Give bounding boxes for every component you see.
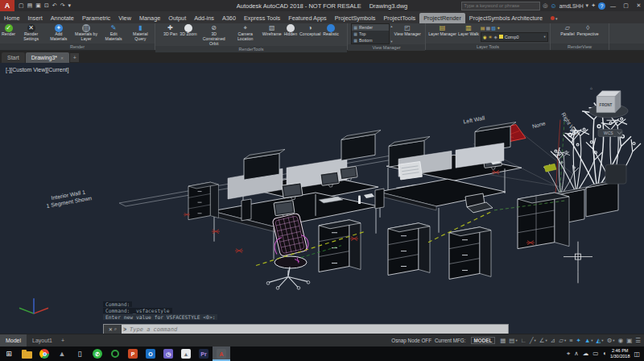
wcs-selector[interactable]: WCS [598, 130, 622, 137]
new-drawing-button[interactable]: + [70, 53, 79, 62]
monitor[interactable] [340, 166, 358, 181]
paper[interactable] [364, 193, 374, 198]
drawer-pedestal[interactable] [388, 223, 430, 276]
tab-view[interactable]: View [114, 13, 135, 23]
tab-annotate[interactable]: Annotate [47, 13, 78, 23]
workspace-switching-caret-icon[interactable]: ▾ [613, 338, 614, 342]
interior-wall-label[interactable]: Interior Wall 1 1 Segment Shown [46, 189, 93, 210]
onedrive-icon[interactable]: ☁ [583, 351, 589, 357]
drawing-viewport[interactable]: [-] [Custom View] [Current] [0, 63, 644, 334]
ucs-icon[interactable] [19, 298, 48, 313]
powerpoint-icon[interactable]: P [124, 346, 142, 361]
view-manager-panel-label[interactable]: View Manager [348, 44, 425, 51]
view-list-item[interactable]: ▦Render [352, 24, 389, 31]
parallel-button[interactable]: ▱Parallel [559, 23, 575, 44]
visual-style-control[interactable]: [Current] [47, 67, 68, 73]
add-materials-button[interactable]: ✦Add Materials [46, 23, 71, 44]
3d-constrained-orbit-button[interactable]: ⊘3D Constrained Orbit [199, 23, 229, 46]
none-label[interactable]: None [531, 120, 546, 129]
tab-a360[interactable]: A360 [218, 13, 240, 23]
green-marker[interactable] [544, 164, 556, 172]
layout1-tab[interactable]: Layout1 [27, 334, 58, 346]
snap-mode-icon[interactable]: ▤▾ [509, 338, 517, 344]
render-panel-label[interactable]: Render [0, 44, 155, 50]
layer-dropdown[interactable]: ◉☀◈ Comp0 ▾ [481, 32, 548, 42]
object-snap-icon[interactable]: ▱▾ [559, 338, 566, 344]
tab-parametric[interactable]: Parametric [78, 13, 114, 23]
tab-projecttools[interactable]: ProjectTools [379, 13, 419, 23]
ring-app-icon[interactable] [106, 346, 124, 361]
premiere-icon[interactable]: Pr [195, 346, 213, 361]
save-file-icon[interactable]: ▣ [34, 0, 43, 11]
tab-projectsymbols-architecture[interactable]: ProjectSymbols Architecture [465, 13, 547, 23]
outlook-icon[interactable]: O [142, 346, 159, 361]
new-layout-button[interactable]: + [58, 338, 68, 343]
pin-caret-icon[interactable]: ▾ [555, 16, 558, 21]
drawer-pedestal[interactable] [188, 182, 218, 220]
autoscale-caret-icon[interactable]: ▾ [591, 338, 592, 342]
tab-express-tools[interactable]: Express Tools [240, 13, 284, 23]
qat-menu-icon[interactable]: ▾ [67, 0, 73, 11]
undo-icon[interactable]: ↶ [51, 0, 59, 11]
volume-icon[interactable]: ◖ [602, 351, 606, 357]
triangle-app-icon[interactable]: ▲ [53, 346, 71, 361]
render-button[interactable]: ✓Render [1, 23, 16, 44]
tab-add-ins[interactable]: Add-ins [190, 13, 218, 23]
autocad-icon[interactable]: A [213, 346, 230, 361]
object-snap-caret-icon[interactable]: ▾ [564, 338, 566, 342]
plot-icon[interactable]: ⊡ [43, 0, 51, 11]
recent-commands-icon[interactable]: ⌕ [114, 326, 117, 332]
open-file-icon[interactable]: ▤ [26, 0, 35, 11]
user-menu-caret-icon[interactable]: ▾ [586, 2, 589, 9]
model-space-canvas[interactable]: Interior Wall 1 1 Segment Shown Left Wal… [0, 63, 644, 334]
layer-walk-button[interactable]: ▥Layer Walk [457, 23, 480, 44]
autocad-logo-icon[interactable]: A [0, 0, 14, 11]
layer-dropdown-caret-icon[interactable]: ▾ [544, 35, 546, 39]
chrome-icon[interactable] [35, 346, 53, 361]
realistic-button[interactable]: Realistic [322, 23, 340, 46]
command-input[interactable] [128, 326, 508, 334]
tab-output[interactable]: Output [164, 13, 190, 23]
viewcube-home-icon[interactable]: ⌂ [590, 85, 592, 90]
isometric-drafting-icon[interactable]: ∠▾ [539, 338, 547, 344]
minimize-button[interactable]: — [608, 3, 618, 9]
camera-location-button[interactable]: ⌖Camera Location [230, 23, 261, 46]
file-tab-start[interactable]: Start [2, 52, 25, 63]
tab-close-icon[interactable]: ✕ [60, 56, 64, 60]
office-chair[interactable] [266, 213, 310, 289]
view-list-item[interactable]: ▦Bottom [352, 37, 389, 44]
snap-mode-caret-icon[interactable]: ▾ [515, 338, 517, 342]
close-button[interactable]: ✕ [634, 2, 644, 9]
new-file-icon[interactable]: ▢ [17, 0, 26, 11]
bright-monitor[interactable] [398, 162, 422, 180]
tab-home[interactable]: Home [0, 13, 23, 23]
edit-materials-button[interactable]: ✎Edit Materials [101, 23, 126, 44]
current-mfg-status[interactable]: Current MFG: [435, 338, 466, 343]
quick-properties-icon[interactable]: ▣ [626, 338, 632, 344]
file-tab-drawing3[interactable]: Drawing3* ✕ [26, 52, 70, 63]
rendertools-panel-label[interactable]: RenderTools [155, 46, 347, 52]
whatsapp-icon[interactable]: ✆ [89, 346, 106, 361]
layer-lock-icon[interactable]: ✦ [497, 26, 501, 31]
object-snap-tracking-icon[interactable]: ⊿ [551, 338, 555, 344]
spinner-down-icon[interactable]: ▾ [390, 39, 392, 44]
action-center-icon[interactable]: ◫ [634, 351, 640, 358]
user-icon[interactable]: ☺ [550, 2, 556, 10]
layer-tools-panel-label[interactable]: Layer Tools [426, 44, 550, 50]
annotation-monitor-icon[interactable]: ◉ [618, 338, 624, 344]
exchange-apps-icon[interactable]: ✦ [591, 2, 596, 9]
navigation-bar-fragment[interactable] [605, 164, 626, 184]
view-control[interactable]: [Custom View] [10, 67, 47, 73]
wireframe-button[interactable]: ▧Wireframe [262, 23, 283, 46]
material-query-button[interactable]: ▮Material Query [127, 23, 154, 44]
renderview-panel-label[interactable]: RenderView [551, 44, 609, 50]
document-app-icon[interactable]: ▯ [71, 346, 89, 361]
annotation-visibility-icon[interactable]: ✦ [576, 338, 581, 344]
search-input[interactable] [461, 2, 540, 10]
3d-zoom-button[interactable]: 3D Zoom [179, 23, 197, 46]
layer-manager-button[interactable]: ▤Layer Manager [427, 23, 457, 44]
tab-manage[interactable]: Manage [135, 13, 164, 23]
layer-isolate-icon[interactable]: ▧ [491, 26, 496, 31]
purple-clock-app-icon[interactable]: ◷ [159, 346, 177, 361]
workspace-switching-icon[interactable]: ⚙▾ [607, 338, 615, 344]
